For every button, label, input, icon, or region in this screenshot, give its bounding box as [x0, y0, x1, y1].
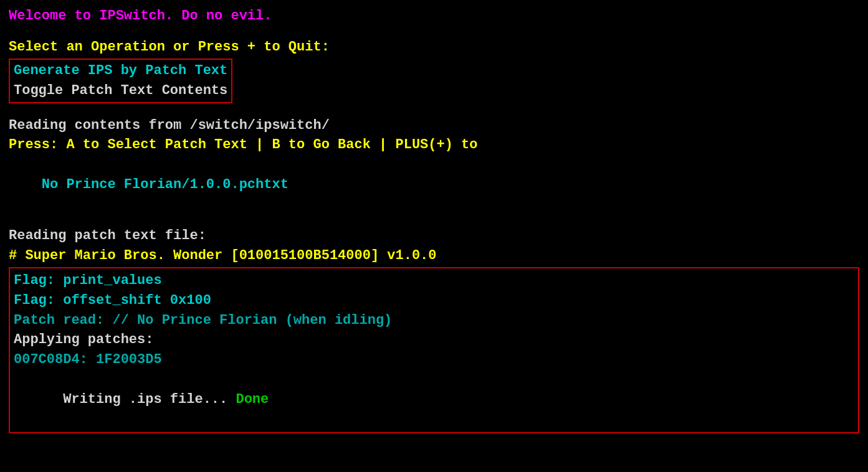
reading-dir-line: Reading contents from /switch/ipswitch/ — [9, 116, 859, 136]
selected-file-line: No Prince Florian/1.0.0.pchtxt — [9, 155, 859, 215]
patch-read-line: Patch read: // No Prince Florian (when i… — [14, 311, 854, 331]
writing-line: Writing .ips file... Done — [14, 370, 854, 430]
patch-value-line: 007C08D4: 1F2003D5 — [14, 350, 854, 370]
applying-line: Applying patches: — [14, 330, 854, 350]
patch-title-line: # Super Mario Bros. Wonder [010015100B51… — [9, 246, 859, 266]
flag1-line: Flag: print_values — [14, 271, 854, 291]
welcome-line: Welcome to IPSwitch. Do no evil. — [9, 6, 859, 26]
menu-item-2[interactable]: Toggle Patch Text Contents — [14, 81, 227, 101]
menu-item-1[interactable]: Generate IPS by Patch Text — [14, 61, 227, 81]
writing-text: Writing .ips file... — [63, 392, 236, 407]
flag2-line: Flag: offset_shift 0x100 — [14, 291, 854, 311]
reading-patch-label: Reading patch text file: — [9, 226, 859, 246]
press-info-line: Press: A to Select Patch Text | B to Go … — [9, 135, 859, 155]
done-text: Done — [236, 392, 269, 407]
terminal-screen: Welcome to IPSwitch. Do no evil. Select … — [9, 6, 859, 433]
menu-box: Generate IPS by Patch Text Toggle Patch … — [9, 59, 232, 103]
select-operation-line: Select an Operation or Press + to Quit: — [9, 37, 859, 57]
selected-file-text: No Prince Florian/1.0.0.pchtxt — [42, 177, 289, 192]
output-box: Flag: print_values Flag: offset_shift 0x… — [9, 267, 859, 433]
